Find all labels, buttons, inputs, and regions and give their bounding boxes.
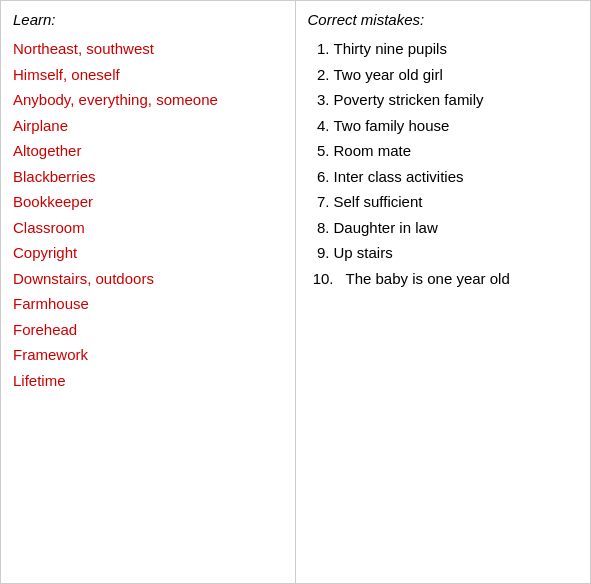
- correct-item: 5.Room mate: [308, 138, 579, 164]
- correct-item: 4.Two family house: [308, 113, 579, 139]
- correct-header: Correct mistakes:: [308, 11, 579, 28]
- learn-item: Downstairs, outdoors: [13, 266, 283, 292]
- learn-item: Copyright: [13, 240, 283, 266]
- learn-item: Bookkeeper: [13, 189, 283, 215]
- learn-item: Farmhouse: [13, 291, 283, 317]
- correct-item: 1.Thirty nine pupils: [308, 36, 579, 62]
- learn-item: Lifetime: [13, 368, 283, 394]
- correct-item: 7.Self sufficient: [308, 189, 579, 215]
- correct-item: 8.Daughter in law: [308, 215, 579, 241]
- correct-item: 6.Inter class activities: [308, 164, 579, 190]
- correct-item: 3.Poverty stricken family: [308, 87, 579, 113]
- correct-item: 9.Up stairs: [308, 240, 579, 266]
- learn-item: Blackberries: [13, 164, 283, 190]
- learn-item: Anybody, everything, someone: [13, 87, 283, 113]
- learn-list: Northeast, southwestHimself, oneselfAnyb…: [13, 36, 283, 393]
- learn-item: Classroom: [13, 215, 283, 241]
- main-container: Learn: Northeast, southwestHimself, ones…: [0, 0, 591, 584]
- learn-header: Learn:: [13, 11, 283, 28]
- correct-item: 2.Two year old girl: [308, 62, 579, 88]
- learn-item: Forehead: [13, 317, 283, 343]
- learn-item: Himself, oneself: [13, 62, 283, 88]
- learn-item: Northeast, southwest: [13, 36, 283, 62]
- correct-item: 10.The baby is one year old: [308, 266, 579, 292]
- learn-item: Altogether: [13, 138, 283, 164]
- learn-item: Framework: [13, 342, 283, 368]
- learn-item: Airplane: [13, 113, 283, 139]
- correct-list: 1.Thirty nine pupils2.Two year old girl3…: [308, 36, 579, 291]
- learn-column: Learn: Northeast, southwestHimself, ones…: [1, 1, 296, 583]
- correct-column: Correct mistakes: 1.Thirty nine pupils2.…: [296, 1, 591, 583]
